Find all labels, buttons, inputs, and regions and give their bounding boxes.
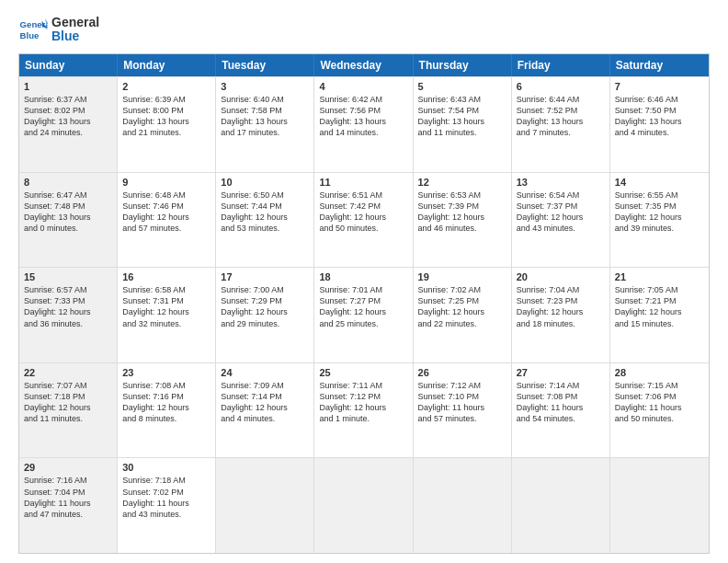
cal-cell-19: 19Sunrise: 7:02 AMSunset: 7:25 PMDayligh… <box>414 268 512 362</box>
cal-cell-24: 24Sunrise: 7:09 AMSunset: 7:14 PMDayligh… <box>216 363 314 458</box>
calendar-week-4: 22Sunrise: 7:07 AMSunset: 7:18 PMDayligh… <box>19 362 709 458</box>
cal-cell-6: 6Sunrise: 6:44 AMSunset: 7:52 PMDaylight… <box>512 77 610 172</box>
svg-text:Blue: Blue <box>20 30 40 40</box>
weekday-header-monday: Monday <box>118 54 216 76</box>
page: General Blue General Blue SundayMondayTu… <box>0 0 728 563</box>
cal-cell-27: 27Sunrise: 7:14 AMSunset: 7:08 PMDayligh… <box>512 363 610 458</box>
cal-cell-7: 7Sunrise: 6:46 AMSunset: 7:50 PMDaylight… <box>610 77 709 172</box>
cal-cell-8: 8Sunrise: 6:47 AMSunset: 7:48 PMDaylight… <box>19 173 118 268</box>
cal-cell-29: 29Sunrise: 7:16 AMSunset: 7:04 PMDayligh… <box>19 458 118 553</box>
cal-cell-empty <box>610 458 709 553</box>
day-number: 1 <box>24 81 112 92</box>
cal-cell-4: 4Sunrise: 6:42 AMSunset: 7:56 PMDaylight… <box>314 77 413 172</box>
cal-cell-13: 13Sunrise: 6:54 AMSunset: 7:37 PMDayligh… <box>512 173 610 268</box>
cal-cell-1: 1Sunrise: 6:37 AMSunset: 8:02 PMDaylight… <box>19 77 118 172</box>
cal-cell-empty <box>512 458 610 553</box>
cal-cell-23: 23Sunrise: 7:08 AMSunset: 7:16 PMDayligh… <box>118 363 216 458</box>
cal-cell-empty <box>414 458 512 553</box>
weekday-header-tuesday: Tuesday <box>216 54 314 76</box>
cal-cell-5: 5Sunrise: 6:43 AMSunset: 7:54 PMDaylight… <box>414 77 512 172</box>
cal-cell-30: 30Sunrise: 7:18 AMSunset: 7:02 PMDayligh… <box>118 458 216 553</box>
cal-cell-11: 11Sunrise: 6:51 AMSunset: 7:42 PMDayligh… <box>314 173 413 268</box>
cal-cell-3: 3Sunrise: 6:40 AMSunset: 7:58 PMDaylight… <box>216 77 314 172</box>
cal-cell-20: 20Sunrise: 7:04 AMSunset: 7:23 PMDayligh… <box>512 268 610 362</box>
calendar: SundayMondayTuesdayWednesdayThursdayFrid… <box>18 53 710 554</box>
cal-cell-9: 9Sunrise: 6:48 AMSunset: 7:46 PMDaylight… <box>118 173 216 268</box>
weekday-header-sunday: Sunday <box>19 54 118 76</box>
weekday-header-thursday: Thursday <box>414 54 512 76</box>
cal-cell-empty <box>216 458 314 553</box>
weekday-header-friday: Friday <box>512 54 610 76</box>
cal-cell-empty <box>314 458 413 553</box>
calendar-week-1: 1Sunrise: 6:37 AMSunset: 8:02 PMDaylight… <box>19 76 709 172</box>
logo-icon: General Blue <box>18 15 48 44</box>
cal-cell-28: 28Sunrise: 7:15 AMSunset: 7:06 PMDayligh… <box>610 363 709 458</box>
calendar-week-2: 8Sunrise: 6:47 AMSunset: 7:48 PMDaylight… <box>19 172 709 268</box>
cal-cell-2: 2Sunrise: 6:39 AMSunset: 8:00 PMDaylight… <box>118 77 216 172</box>
cal-cell-16: 16Sunrise: 6:58 AMSunset: 7:31 PMDayligh… <box>118 268 216 362</box>
logo: General Blue General Blue <box>18 15 99 44</box>
logo-text: General Blue <box>51 16 99 44</box>
cal-cell-18: 18Sunrise: 7:01 AMSunset: 7:27 PMDayligh… <box>314 268 413 362</box>
cal-cell-15: 15Sunrise: 6:57 AMSunset: 7:33 PMDayligh… <box>19 268 118 362</box>
cal-cell-26: 26Sunrise: 7:12 AMSunset: 7:10 PMDayligh… <box>414 363 512 458</box>
cal-cell-14: 14Sunrise: 6:55 AMSunset: 7:35 PMDayligh… <box>610 173 709 268</box>
cal-cell-21: 21Sunrise: 7:05 AMSunset: 7:21 PMDayligh… <box>610 268 709 362</box>
calendar-header: SundayMondayTuesdayWednesdayThursdayFrid… <box>19 54 709 76</box>
header: General Blue General Blue <box>18 15 710 44</box>
calendar-body: 1Sunrise: 6:37 AMSunset: 8:02 PMDaylight… <box>19 76 709 553</box>
weekday-header-saturday: Saturday <box>610 54 709 76</box>
cal-cell-17: 17Sunrise: 7:00 AMSunset: 7:29 PMDayligh… <box>216 268 314 362</box>
cal-cell-12: 12Sunrise: 6:53 AMSunset: 7:39 PMDayligh… <box>414 173 512 268</box>
calendar-week-5: 29Sunrise: 7:16 AMSunset: 7:04 PMDayligh… <box>19 457 709 553</box>
weekday-header-wednesday: Wednesday <box>314 54 413 76</box>
cal-cell-25: 25Sunrise: 7:11 AMSunset: 7:12 PMDayligh… <box>314 363 413 458</box>
calendar-week-3: 15Sunrise: 6:57 AMSunset: 7:33 PMDayligh… <box>19 267 709 362</box>
cal-cell-22: 22Sunrise: 7:07 AMSunset: 7:18 PMDayligh… <box>19 363 118 458</box>
cal-cell-10: 10Sunrise: 6:50 AMSunset: 7:44 PMDayligh… <box>216 173 314 268</box>
